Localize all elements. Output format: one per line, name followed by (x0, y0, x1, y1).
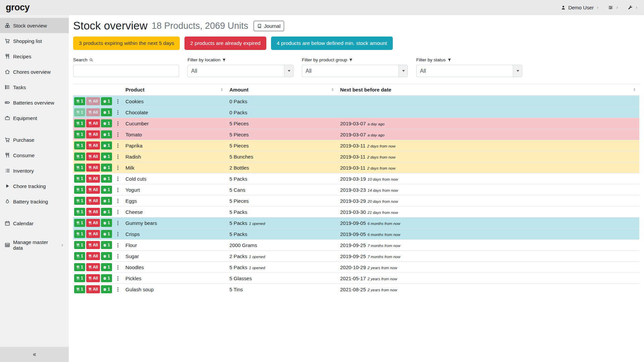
consume-one-button[interactable]: 1 (74, 153, 85, 161)
consume-one-button[interactable]: 1 (74, 141, 85, 149)
open-one-button[interactable]: 1 (101, 108, 112, 116)
sidebar-item-batteries-overview[interactable]: Batteries overview (0, 95, 69, 110)
col-product[interactable]: Product (123, 84, 227, 96)
status-select[interactable]: All (416, 65, 522, 77)
row-menu-button[interactable] (115, 253, 121, 259)
consume-one-button[interactable]: 1 (74, 208, 85, 216)
consume-one-button[interactable]: 1 (74, 164, 85, 172)
consume-one-button[interactable]: 1 (74, 263, 85, 271)
user-menu[interactable]: Demo User (561, 5, 599, 10)
consume-one-button[interactable]: 1 (74, 97, 85, 105)
consume-all-button[interactable]: All (86, 219, 100, 227)
below-min-stock-alert[interactable]: 4 products are below defined min. stock … (271, 37, 393, 50)
sidebar-item-equipment[interactable]: Equipment (0, 110, 69, 126)
open-one-button[interactable]: 1 (101, 153, 112, 161)
consume-all-button[interactable]: All (86, 130, 100, 138)
consume-all-button[interactable]: All (86, 108, 100, 116)
consume-one-button[interactable]: 1 (74, 186, 85, 194)
consume-one-button[interactable]: 1 (74, 130, 85, 138)
row-menu-button[interactable] (115, 276, 121, 281)
sidebar-item-inventory[interactable]: Inventory (0, 163, 69, 178)
app-logo[interactable]: grocy (6, 2, 30, 13)
consume-all-button[interactable]: All (86, 97, 100, 105)
consume-all-button[interactable]: All (86, 153, 100, 161)
sidebar-item-chores-overview[interactable]: Chores overview (0, 64, 69, 79)
consume-one-button[interactable]: 1 (74, 274, 85, 282)
consume-all-button[interactable]: All (86, 141, 100, 149)
search-input[interactable] (73, 65, 179, 77)
consume-one-button[interactable]: 1 (74, 119, 85, 127)
consume-all-button[interactable]: All (86, 186, 100, 194)
consume-all-button[interactable]: All (86, 274, 100, 282)
consume-all-button[interactable]: All (86, 285, 100, 293)
consume-all-button[interactable]: All (86, 119, 100, 127)
sidebar-item-calendar[interactable]: Calendar (0, 216, 69, 231)
row-menu-button[interactable] (115, 132, 121, 137)
open-one-button[interactable]: 1 (101, 175, 112, 183)
row-menu-button[interactable] (115, 231, 121, 237)
open-one-button[interactable]: 1 (101, 219, 112, 227)
row-menu-button[interactable] (115, 154, 121, 160)
consume-one-button[interactable]: 1 (74, 108, 85, 116)
open-one-button[interactable]: 1 (101, 164, 112, 172)
location-select[interactable]: All (187, 65, 293, 77)
open-one-button[interactable]: 1 (101, 186, 112, 194)
admin-menu[interactable] (628, 5, 638, 10)
open-one-button[interactable]: 1 (101, 230, 112, 238)
open-one-button[interactable]: 1 (101, 252, 112, 260)
row-menu-button[interactable] (115, 198, 121, 204)
row-menu-button[interactable] (115, 287, 121, 292)
journal-button[interactable]: Journal (254, 21, 284, 31)
consume-all-button[interactable]: All (86, 208, 100, 216)
consume-one-button[interactable]: 1 (74, 285, 85, 293)
consume-one-button[interactable]: 1 (74, 241, 85, 249)
sidebar-item-battery-tracking[interactable]: Battery tracking (0, 194, 69, 209)
consume-all-button[interactable]: All (86, 252, 100, 260)
open-one-button[interactable]: 1 (101, 285, 112, 293)
sidebar-item-purchase[interactable]: Purchase (0, 132, 69, 147)
row-menu-button[interactable] (115, 99, 121, 104)
sidebar-item-recipes[interactable]: Recipes (0, 49, 69, 64)
expired-alert[interactable]: 2 products are already expired (184, 37, 266, 50)
sidebar-item-stock-overview[interactable]: Stock overview (0, 18, 69, 33)
open-one-button[interactable]: 1 (101, 119, 112, 127)
consume-one-button[interactable]: 1 (74, 230, 85, 238)
row-menu-button[interactable] (115, 209, 121, 215)
row-menu-button[interactable] (115, 110, 121, 115)
open-one-button[interactable]: 1 (101, 263, 112, 271)
row-menu-button[interactable] (115, 264, 121, 270)
sidebar-item-shopping-list[interactable]: Shopping list (0, 33, 69, 49)
open-one-button[interactable]: 1 (101, 197, 112, 205)
open-one-button[interactable]: 1 (101, 97, 112, 105)
open-one-button[interactable]: 1 (101, 130, 112, 138)
consume-all-button[interactable]: All (86, 241, 100, 249)
consume-one-button[interactable]: 1 (74, 197, 85, 205)
open-one-button[interactable]: 1 (101, 141, 112, 149)
consume-one-button[interactable]: 1 (74, 252, 85, 260)
sidebar-item-tasks[interactable]: Tasks (0, 79, 69, 95)
expiring-soon-alert[interactable]: 3 products expiring within the next 5 da… (73, 37, 180, 50)
consume-one-button[interactable]: 1 (74, 219, 85, 227)
row-menu-button[interactable] (115, 165, 121, 171)
row-menu-button[interactable] (115, 143, 121, 148)
consume-all-button[interactable]: All (86, 175, 100, 183)
col-next-best-before-date[interactable]: Next best before date (337, 84, 639, 96)
row-menu-button[interactable] (115, 121, 121, 126)
consume-all-button[interactable]: All (86, 197, 100, 205)
consume-one-button[interactable]: 1 (74, 175, 85, 183)
product-group-select[interactable]: All (302, 65, 408, 77)
open-one-button[interactable]: 1 (101, 241, 112, 249)
col-amount[interactable]: Amount (227, 84, 337, 96)
row-menu-button[interactable] (115, 220, 121, 226)
settings-menu[interactable] (608, 5, 619, 10)
sidebar-item-consume[interactable]: Consume (0, 147, 69, 163)
sidebar-item-chore-tracking[interactable]: Chore tracking (0, 178, 69, 194)
open-one-button[interactable]: 1 (101, 274, 112, 282)
row-menu-button[interactable] (115, 176, 121, 182)
open-one-button[interactable]: 1 (101, 208, 112, 216)
sidebar-item-manage-master-data[interactable]: Manage master data (0, 237, 69, 253)
consume-all-button[interactable]: All (86, 164, 100, 172)
row-menu-button[interactable] (115, 242, 121, 248)
consume-all-button[interactable]: All (86, 263, 100, 271)
row-menu-button[interactable] (115, 187, 121, 193)
